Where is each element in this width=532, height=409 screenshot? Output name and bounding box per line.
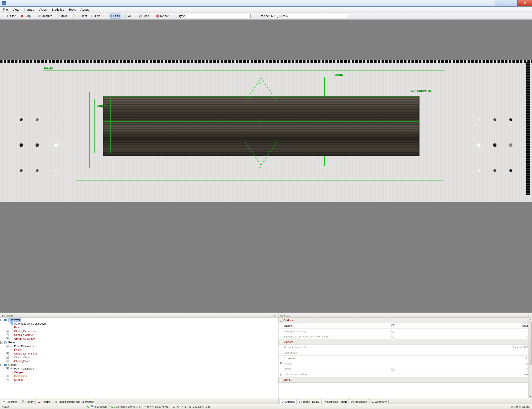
grid-cal-icon [9, 322, 13, 325]
tree-group-separation[interactable]: Group_Separation [14, 337, 36, 341]
tab-image-history[interactable]: Image History [297, 399, 321, 404]
tree-surface[interactable]: Surface [14, 378, 24, 382]
row-exposure[interactable]: Exposure 3.00 [279, 355, 532, 361]
status-uv: u,v = (3.91, 78.66) [142, 404, 171, 409]
test-button[interactable]: Test [76, 14, 88, 19]
maximize-button[interactable] [506, 0, 518, 6]
group-more[interactable]: +More... [279, 377, 532, 383]
tree-conveyor[interactable]: Conveyor [8, 318, 21, 322]
scroll-down-icon[interactable]: ▼ [528, 395, 532, 398]
tab-messages[interactable]: Messages [349, 399, 369, 404]
selection-tree[interactable]: −Conveyor Automatic Grid Calibration Pat… [0, 318, 278, 398]
scroll-thumb[interactable] [529, 321, 532, 365]
svg-point-21 [11, 346, 12, 347]
point-cal-icon [9, 344, 13, 348]
tb-grip [2, 14, 2, 18]
minimize-button[interactable] [495, 0, 506, 6]
lower-panes: Selection × −Conveyor Automatic Grid Cal… [0, 313, 532, 404]
strobe-checkbox: ✓ [391, 368, 394, 371]
row-strobe[interactable]: + Strobe ✓ Yes [279, 366, 532, 372]
tree-point-cal2[interactable]: Point Calibration [14, 367, 34, 371]
tree-gripper[interactable]: Gripper [8, 363, 18, 367]
menu-statistics[interactable]: Statistics [49, 7, 66, 12]
all-button[interactable]: All [122, 14, 136, 19]
strobe-expand[interactable]: + [280, 368, 282, 370]
tree-auto-grid[interactable]: Automatic Grid Calibration [14, 322, 46, 326]
svg-rect-7 [58, 16, 59, 17]
train-icon [56, 14, 60, 18]
tree-check-dimensions[interactable]: Check_Dimensions [14, 329, 38, 333]
menu-images[interactable]: Images [22, 7, 36, 12]
start-button[interactable]: Start [5, 14, 18, 19]
svg-point-24 [11, 368, 12, 369]
row-save-meas-cal[interactable]: Save measurements calibration image No [279, 334, 532, 339]
group-options[interactable]: −Options [279, 318, 532, 323]
tab-spec-tol[interactable]: Specifications and Tolerances [53, 399, 96, 404]
tab-selection[interactable]: Selection [1, 399, 19, 404]
svg-point-5 [39, 16, 40, 17]
row-acq-module[interactable]: Acquisition module Euresys GLF-0 [279, 345, 532, 350]
image-view[interactable]: Patch* Width Cut_Control-#1 Cut_Control … [0, 19, 532, 313]
scroll-up-icon[interactable]: ▲ [528, 318, 532, 321]
tree-check-dimensions2[interactable]: Check_Dimensions [14, 352, 38, 355]
tree-check-contour2[interactable]: Check_Contour [14, 355, 33, 359]
pass-button[interactable]: Pass [137, 14, 153, 19]
trigger-expand[interactable]: + [280, 363, 282, 365]
status-user: Administrator [482, 404, 532, 409]
svg-rect-13 [124, 15, 127, 17]
tree-dimension[interactable]: Dimension [14, 374, 27, 378]
group-camera[interactable]: −Camera [279, 339, 532, 345]
tree-point-cal[interactable]: Point Calibration [14, 344, 34, 348]
tree-check-contour[interactable]: Check_Contour [14, 333, 33, 337]
tree-check-patch[interactable]: Check_Patch [14, 359, 31, 363]
geometry-icon [371, 400, 374, 403]
acquire-button[interactable]: Acquire [36, 14, 54, 19]
tree-robot[interactable]: Robot [8, 341, 16, 344]
menu-vision[interactable]: Vision [36, 7, 49, 12]
settings-close-button[interactable]: × [527, 314, 530, 317]
train-button[interactable]: Train [55, 14, 71, 19]
tab-stats-report[interactable]: Statistics Report [322, 399, 349, 404]
light-expand[interactable]: + [280, 373, 282, 376]
tree-patch2[interactable]: Patch [14, 348, 21, 352]
close-button[interactable] [517, 0, 532, 6]
settings-scrollbar[interactable]: ▲ ▼ [528, 318, 532, 398]
toolbar-separator [256, 14, 256, 18]
status-inspection: Inspection [85, 404, 108, 409]
row-light-control[interactable]: + Light control device None [279, 372, 532, 377]
live-button[interactable]: Live [90, 14, 105, 19]
type-caret-icon[interactable] [251, 14, 254, 18]
stop-button[interactable]: Stop [19, 14, 32, 19]
roi-width-label: Width [334, 73, 343, 76]
enable-checkbox[interactable]: ✓ [391, 324, 394, 327]
row-save-golden[interactable]: Save golden image ✓ Yes [279, 328, 532, 334]
tab-geometry[interactable]: Geometry [369, 399, 389, 404]
row-description[interactable]: Description [279, 350, 532, 355]
left-tab-strip: Selection Report Results Specifications … [0, 398, 278, 404]
svg-rect-12 [112, 15, 114, 17]
tab-settings[interactable]: Settings [279, 399, 297, 404]
menu-file[interactable]: File [1, 7, 10, 12]
roi-length-box-right[interactable] [421, 99, 433, 153]
menu-view[interactable]: View [10, 7, 21, 12]
roi-diag-top [245, 78, 276, 101]
type-select[interactable] [186, 14, 251, 18]
camera-node-icon [4, 363, 7, 367]
svg-point-8 [79, 16, 79, 17]
menu-tools[interactable]: Tools [66, 7, 78, 12]
still-button[interactable]: Still [109, 14, 121, 19]
reject-button[interactable]: Reject [155, 14, 173, 19]
recipe-select[interactable] [270, 14, 347, 18]
tab-results[interactable]: Results [36, 399, 52, 404]
row-enable[interactable]: Enable ✓ Enable [279, 323, 532, 328]
list-icon [351, 400, 354, 403]
selection-close-button[interactable]: × [273, 314, 276, 317]
tree-patch[interactable]: Patch [14, 326, 21, 329]
row-trigger[interactable]: + Trigger Fast [279, 361, 532, 366]
stop-icon [21, 14, 24, 18]
tab-report[interactable]: Report [20, 399, 35, 404]
menu-about[interactable]: About [78, 7, 90, 12]
recipe-caret-icon[interactable] [347, 14, 350, 18]
tree-gripper2[interactable]: Gripper [14, 371, 24, 374]
svg-rect-0 [499, 4, 501, 4]
